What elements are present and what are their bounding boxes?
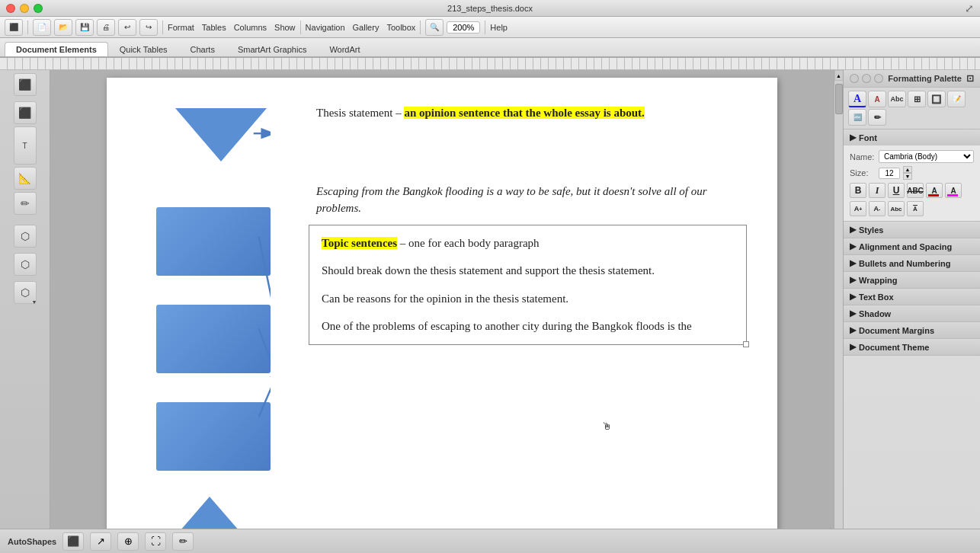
docmargins-section-header[interactable]: ▶ Document Margins bbox=[844, 322, 980, 338]
font-color-button[interactable]: A bbox=[926, 183, 943, 198]
bullets-section-header[interactable]: ▶ Bullets and Numbering bbox=[844, 255, 980, 271]
font-size-down[interactable]: ▼ bbox=[903, 173, 912, 180]
shadow-section-header[interactable]: ▶ Shadow bbox=[844, 305, 980, 321]
close-button[interactable] bbox=[6, 4, 15, 13]
help-label[interactable]: Help bbox=[490, 23, 508, 32]
italic-button[interactable]: I bbox=[869, 183, 886, 198]
sidebar-tool-1[interactable]: ⬛ bbox=[14, 73, 37, 96]
wrapping-section-header[interactable]: ▶ Wrapping bbox=[844, 272, 980, 288]
toolbar-sep-5 bbox=[485, 21, 485, 34]
tables-label[interactable]: Tables bbox=[202, 23, 226, 32]
palette-icon-abc[interactable]: Abc bbox=[888, 91, 906, 107]
palette-icon-pen[interactable]: ✏ bbox=[868, 109, 886, 126]
autoshapes-label: AutoShapes bbox=[8, 537, 56, 546]
subscript-button[interactable]: A- bbox=[869, 201, 886, 216]
toolbox-label[interactable]: Toolbox bbox=[386, 23, 415, 32]
sidebar-tool-2[interactable]: ⬛ bbox=[14, 101, 37, 124]
minimize-button[interactable] bbox=[20, 4, 29, 13]
ruler-marks bbox=[0, 58, 980, 69]
font-section-label: Font bbox=[859, 133, 877, 142]
toolbar-back-btn[interactable]: ⬛ bbox=[5, 19, 23, 36]
tab-document-elements[interactable]: Document Elements bbox=[5, 42, 108, 56]
scroll-up-arrow[interactable]: ▲ bbox=[834, 70, 844, 81]
format-label[interactable]: Format bbox=[168, 23, 194, 32]
text-column: Thesis statement – an opinion sentence t… bbox=[271, 93, 747, 535]
autoshapes-btn-5[interactable]: ✏ bbox=[172, 532, 194, 551]
topic-sentence-text: Topic sentences – one for each body para… bbox=[322, 235, 734, 252]
tab-charts[interactable]: Charts bbox=[179, 42, 226, 56]
tab-wordart[interactable]: WordArt bbox=[318, 42, 371, 56]
smallcaps-button[interactable]: Abc bbox=[888, 201, 905, 216]
resize-icon[interactable]: ⤢ bbox=[965, 2, 974, 14]
palette-btn-1[interactable] bbox=[850, 74, 859, 83]
palette-title: Formatting Palette bbox=[888, 74, 962, 83]
new-btn[interactable]: 📄 bbox=[33, 19, 51, 36]
gallery-label[interactable]: Gallery bbox=[353, 23, 380, 32]
rectangle-2[interactable] bbox=[145, 289, 271, 373]
print-btn[interactable]: 🖨 bbox=[97, 19, 115, 36]
autoshapes-btn-1[interactable]: ⬛ bbox=[62, 532, 84, 551]
textbox-section-header[interactable]: ▶ Text Box bbox=[844, 289, 980, 305]
navigation-label[interactable]: Navigation bbox=[306, 23, 345, 32]
maximize-button[interactable] bbox=[34, 4, 43, 13]
autoshapes-btn-2[interactable]: ↗ bbox=[90, 532, 111, 551]
zoom-value[interactable]: 200% bbox=[447, 21, 480, 34]
autoshapes-btn-3[interactable]: ⊕ bbox=[117, 532, 139, 551]
sidebar-tool-6[interactable]: ⬡ bbox=[14, 225, 37, 248]
palette-icon-font[interactable]: 🔤 bbox=[848, 109, 866, 126]
font-size-input[interactable] bbox=[879, 168, 900, 179]
doctheme-section-header[interactable]: ▶ Document Theme bbox=[844, 339, 980, 355]
palette-btn-2[interactable] bbox=[862, 74, 871, 83]
superscript-button[interactable]: A+ bbox=[850, 201, 866, 216]
triangle-down-shape[interactable] bbox=[152, 101, 267, 161]
alignment-section-header[interactable]: ▶ Alignment and Spacing bbox=[844, 238, 980, 254]
columns-label[interactable]: Columns bbox=[234, 23, 267, 32]
tab-quick-tables[interactable]: Quick Tables bbox=[108, 42, 179, 56]
font-name-select[interactable]: Cambria (Body) bbox=[879, 150, 974, 163]
autoshapes-btn-4[interactable]: ⛶ bbox=[145, 532, 166, 551]
open-btn[interactable]: 📂 bbox=[54, 19, 72, 36]
redo-btn[interactable]: ↪ bbox=[139, 19, 158, 36]
zoom-btn[interactable]: 🔍 bbox=[425, 19, 444, 36]
wrapping-label: Wrapping bbox=[859, 276, 898, 285]
rectangle-1[interactable] bbox=[145, 192, 271, 276]
rect-shape-1 bbox=[156, 207, 271, 276]
tab-smartart[interactable]: SmartArt Graphics bbox=[226, 42, 318, 56]
textbox-arrow: ▶ bbox=[850, 292, 856, 302]
underline-button[interactable]: U bbox=[888, 183, 905, 198]
alignment-arrow: ▶ bbox=[850, 241, 856, 251]
font-section-header[interactable]: ▶ Font bbox=[844, 129, 980, 145]
sidebar-tool-7[interactable]: ⬡ bbox=[14, 253, 37, 276]
undo-btn[interactable]: ↩ bbox=[118, 19, 136, 36]
highlight-button[interactable]: A bbox=[945, 183, 962, 198]
palette-icon-text[interactable]: 📝 bbox=[947, 91, 966, 107]
palette-section-wrapping: ▶ Wrapping bbox=[844, 272, 980, 289]
palette-expand-icon[interactable]: ⊡ bbox=[966, 73, 974, 84]
text-box[interactable]: Topic sentences – one for each body para… bbox=[309, 225, 747, 345]
sidebar-tool-4[interactable]: 📐 bbox=[14, 167, 37, 190]
document-area[interactable]: Thesis statement – an opinion sentence t… bbox=[50, 70, 834, 553]
sidebar-tool-3[interactable]: T bbox=[14, 126, 37, 165]
font-size-up[interactable]: ▲ bbox=[903, 166, 912, 173]
rect-shape-2 bbox=[156, 305, 271, 373]
palette-icon-grid[interactable]: ⊞ bbox=[908, 91, 926, 107]
strikethrough-button[interactable]: ABC bbox=[907, 183, 924, 198]
sidebar-tool-5[interactable]: ✏ bbox=[14, 192, 37, 215]
styles-section-header[interactable]: ▶ Styles bbox=[844, 222, 980, 238]
allcaps-button[interactable]: Ā bbox=[907, 201, 924, 216]
show-label[interactable]: Show bbox=[274, 23, 296, 32]
palette-icon-box[interactable]: 🔲 bbox=[927, 91, 946, 107]
palette-section-docmargins: ▶ Document Margins bbox=[844, 322, 980, 339]
bold-button[interactable]: B bbox=[850, 183, 866, 198]
right-scrollbar[interactable]: ▲ ▼ bbox=[834, 70, 843, 553]
save-btn[interactable]: 💾 bbox=[75, 19, 94, 36]
formatting-palette: Formatting Palette ⊡ A A Abc ⊞ 🔲 📝 🔤 ✏ ▶… bbox=[843, 70, 980, 553]
scroll-thumb[interactable] bbox=[835, 84, 843, 114]
palette-icon-A[interactable]: A bbox=[848, 91, 866, 107]
palette-icon-A2[interactable]: A bbox=[868, 91, 886, 107]
palette-btn-3[interactable] bbox=[874, 74, 883, 83]
text-box-resize-handle[interactable] bbox=[743, 341, 749, 347]
ruler bbox=[0, 58, 980, 70]
sidebar-tool-8[interactable]: ⬡ ▼ bbox=[14, 281, 37, 304]
rectangle-3[interactable] bbox=[145, 387, 271, 471]
